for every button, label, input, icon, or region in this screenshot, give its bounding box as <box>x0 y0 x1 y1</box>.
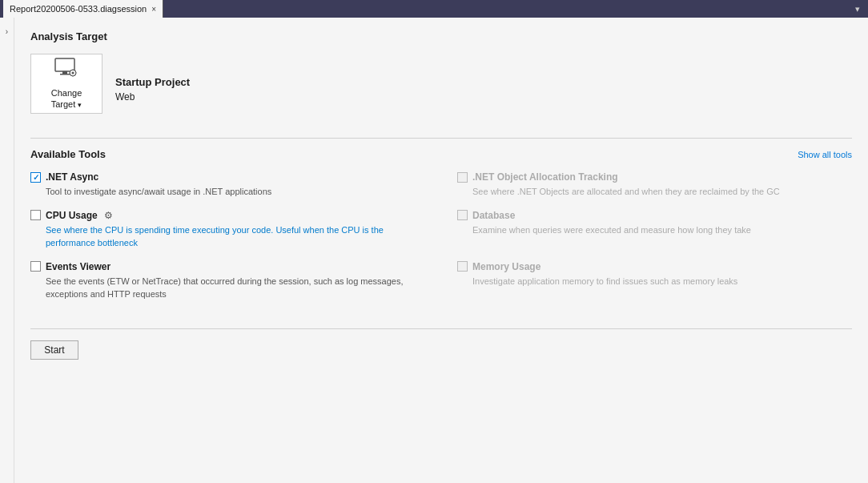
tool-item-cpu-usage: CPU Usage⚙See where the CPU is spending … <box>30 210 425 250</box>
tool-checkbox-row-cpu-usage: CPU Usage⚙ <box>30 210 425 221</box>
tool-name-cpu-usage: CPU Usage <box>46 210 98 221</box>
tab-label: Report20200506-0533.diagsession <box>10 4 147 14</box>
change-target-button[interactable]: ChangeTarget ▾ <box>30 54 102 114</box>
tool-desc-memory-usage: Investigate application memory to find i… <box>472 275 852 288</box>
svg-rect-2 <box>60 74 70 75</box>
target-row: ChangeTarget ▾ Startup Project Web <box>30 54 852 125</box>
tool-checkbox-row-events-viewer: Events Viewer <box>30 261 425 272</box>
tab-bar: Report20200506-0533.diagsession × <box>3 0 163 18</box>
tool-checkbox-database[interactable] <box>457 210 468 220</box>
tool-desc-net-object-allocation: See where .NET Objects are allocated and… <box>472 185 852 199</box>
tool-item-memory-usage: Memory UsageInvestigate application memo… <box>457 261 852 301</box>
show-all-tools-link[interactable]: Show all tools <box>798 150 852 159</box>
tool-checkbox-row-net-async: .NET Async <box>30 171 425 183</box>
tool-item-events-viewer: Events ViewerSee the events (ETW or NetT… <box>30 261 425 301</box>
change-target-arrow: ▾ <box>78 101 82 109</box>
start-button[interactable]: Start <box>30 340 78 360</box>
tool-checkbox-row-net-object-allocation: .NET Object Allocation Tracking <box>457 171 852 183</box>
tool-name-net-object-allocation: .NET Object Allocation Tracking <box>472 171 618 183</box>
tool-gear-icon-cpu-usage[interactable]: ⚙ <box>104 210 113 221</box>
svg-rect-1 <box>62 71 67 74</box>
tool-item-database: DatabaseExamine when queries were execut… <box>457 210 852 250</box>
change-target-icon <box>54 57 79 84</box>
tool-item-net-object-allocation: .NET Object Allocation TrackingSee where… <box>457 171 852 199</box>
tool-checkbox-events-viewer[interactable] <box>30 261 41 272</box>
active-tab[interactable]: Report20200506-0533.diagsession × <box>3 0 163 18</box>
tool-checkbox-memory-usage[interactable] <box>457 261 468 272</box>
main-layout: › Analysis Target <box>0 18 868 483</box>
tool-checkbox-row-database: Database <box>457 210 852 221</box>
startup-project-label: Startup Project <box>115 76 190 88</box>
startup-info: Startup Project Web <box>115 76 190 103</box>
tools-grid: .NET AsyncTool to investigate async/awai… <box>30 171 852 312</box>
svg-point-4 <box>72 72 74 74</box>
tool-desc-cpu-usage: See where the CPU is spending time execu… <box>46 223 425 250</box>
tool-checkbox-net-object-allocation[interactable] <box>457 172 468 183</box>
tool-checkbox-cpu-usage[interactable] <box>30 210 41 220</box>
tool-desc-database: Examine when queries were executed and m… <box>472 223 852 237</box>
tool-checkbox-row-memory-usage: Memory Usage <box>457 261 852 272</box>
tool-name-database: Database <box>472 210 515 221</box>
tab-close-icon[interactable]: × <box>151 5 156 14</box>
title-bar: Report20200506-0533.diagsession × ▾ <box>0 0 868 18</box>
title-bar-dropdown-icon[interactable]: ▾ <box>850 4 865 14</box>
divider-1 <box>30 138 852 139</box>
tool-name-events-viewer: Events Viewer <box>46 261 111 272</box>
sidebar-toggle-icon: › <box>6 27 8 36</box>
available-tools-title: Available Tools <box>30 148 106 160</box>
svg-rect-0 <box>55 58 74 71</box>
tool-checkbox-net-async[interactable] <box>30 172 41 183</box>
tool-name-memory-usage: Memory Usage <box>472 261 540 272</box>
start-section: Start <box>30 328 852 360</box>
startup-project-value: Web <box>115 91 190 103</box>
tool-name-net-async: .NET Async <box>46 171 98 183</box>
tool-desc-net-async: Tool to investigate async/await usage in… <box>46 185 425 199</box>
title-bar-right: ▾ <box>850 4 865 14</box>
sidebar-toggle[interactable]: › <box>0 18 14 483</box>
change-target-label: ChangeTarget ▾ <box>51 87 82 111</box>
tool-item-net-async: .NET AsyncTool to investigate async/awai… <box>30 171 425 199</box>
tool-desc-events-viewer: See the events (ETW or NetTrace) that oc… <box>46 275 425 301</box>
analysis-target-title: Analysis Target <box>30 30 852 42</box>
main-content: Analysis Target ChangeTarg <box>14 18 868 483</box>
tools-header: Available Tools Show all tools <box>30 148 852 160</box>
